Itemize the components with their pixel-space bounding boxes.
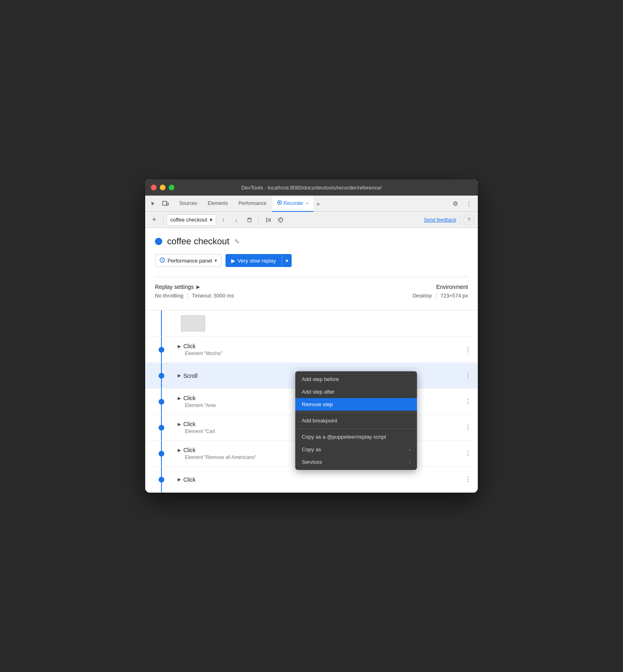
recording-header: coffee checkout ✎	[155, 236, 468, 247]
toolbar-actions: ↑ ↓	[218, 214, 255, 226]
window-title: DevTools - localhost:8080/docs/devtools/…	[241, 185, 382, 191]
step-content: ▶ Click Element "Mocha"	[178, 337, 462, 362]
toolbar-divider-1	[163, 215, 163, 224]
devtools-window: DevTools - localhost:8080/docs/devtools/…	[145, 179, 478, 493]
menu-item-add-breakpoint[interactable]: Add breakpoint	[295, 414, 417, 427]
settings-values: No throttling Timeout: 5000 ms	[155, 293, 234, 299]
step-title[interactable]: ▶ Click	[178, 343, 462, 349]
step-content: ▶ Click	[178, 471, 462, 489]
expand-arrow-icon: ▶	[178, 373, 181, 378]
step-more-button[interactable]: ⋮	[462, 395, 475, 408]
svg-rect-0	[163, 201, 167, 205]
step-more-button[interactable]: ⋮	[462, 343, 475, 356]
close-traffic-light[interactable]	[151, 185, 157, 190]
menu-item-copy-as[interactable]: Copy as ›	[295, 443, 417, 456]
replay-dropdown-button[interactable]: ▾	[282, 254, 292, 267]
toolbar-divider-3	[460, 215, 460, 224]
add-recording-button[interactable]: +	[148, 214, 160, 226]
menu-item-remove-step[interactable]: Remove step	[295, 398, 417, 411]
step-more-button[interactable]: ⋮	[462, 421, 475, 434]
step-more-button[interactable]: ⋮	[462, 369, 475, 382]
expand-arrow-icon: ▶	[178, 477, 181, 482]
import-icon[interactable]: ↓	[231, 214, 242, 226]
expand-arrow-icon: ▶	[178, 448, 181, 453]
settings-arrow-icon: ▶	[196, 284, 200, 290]
step-more-button[interactable]: ⋮	[462, 447, 475, 460]
timeline-dot	[159, 477, 164, 482]
menu-item-services[interactable]: Services ›	[295, 456, 417, 468]
more-icon[interactable]: ⋮	[463, 198, 475, 209]
timeline-dot	[159, 425, 164, 431]
replay-main-button[interactable]: ▶ Very slow replay	[226, 254, 282, 267]
action-row: Performance panel ▾ ▶ Very slow replay ▾	[155, 254, 468, 267]
replay-dropdown-arrow-icon: ▾	[286, 258, 288, 264]
settings-left: Replay settings ▶ No throttling Timeout:…	[155, 284, 234, 299]
table-row: ▶ Click Element "Mocha" ⋮	[145, 337, 478, 363]
timeline-dot	[159, 451, 164, 457]
step-thumbnail	[181, 315, 205, 332]
timeline-col	[145, 467, 178, 492]
copy-as-arrow-icon: ›	[409, 447, 410, 452]
replay-settings-toggle[interactable]: Replay settings ▶	[155, 284, 234, 290]
timeline-col	[145, 389, 178, 414]
delete-icon[interactable]	[244, 214, 255, 226]
expand-arrow-icon: ▶	[178, 344, 181, 349]
minimize-traffic-light[interactable]	[160, 185, 165, 190]
tab-bar: Sources Elements Performance Recorder × …	[145, 196, 478, 212]
env-values: Desktop 723×574 px	[412, 293, 468, 299]
tab-sources[interactable]: Sources	[174, 196, 202, 212]
timeline-line	[161, 310, 162, 336]
menu-item-copy-puppeteer[interactable]: Copy as a @puppeteer/replay script	[295, 431, 417, 443]
recorder-icon	[277, 200, 282, 206]
timeline-col	[145, 363, 178, 388]
tab-recorder[interactable]: Recorder ×	[272, 196, 314, 212]
device-mode-icon[interactable]	[161, 199, 170, 209]
tab-more-button[interactable]: »	[314, 196, 322, 212]
step-more-button[interactable]: ⋮	[462, 473, 475, 486]
settings-icon[interactable]: ⚙	[449, 198, 461, 209]
menu-divider-2	[295, 429, 417, 429]
tab-close-icon[interactable]: ×	[306, 201, 308, 206]
record-icon[interactable]	[275, 214, 286, 226]
performance-panel-button[interactable]: Performance panel ▾	[155, 254, 221, 267]
svg-point-3	[279, 202, 280, 203]
performance-icon	[159, 257, 165, 264]
toolbar-divider-2	[258, 215, 259, 224]
svg-rect-1	[167, 203, 168, 205]
timeline-col	[145, 337, 178, 362]
tab-performance[interactable]: Performance	[234, 196, 271, 212]
settings-row: Replay settings ▶ No throttling Timeout:…	[155, 284, 468, 299]
main-content: coffee checkout ✎ Performance panel ▾	[145, 228, 478, 310]
steps-container: ▶ Click Element "Mocha" ⋮ ▶ Scroll	[145, 310, 478, 493]
help-button[interactable]: ?	[463, 214, 475, 226]
step-title[interactable]: ▶ Click	[178, 476, 462, 483]
menu-divider-1	[295, 412, 417, 413]
maximize-traffic-light[interactable]	[169, 185, 174, 190]
timeline-dot	[159, 399, 164, 405]
replay-button-group: ▶ Very slow replay ▾	[226, 254, 292, 267]
menu-item-add-step-after[interactable]: Add step after	[295, 386, 417, 398]
timeline-col	[145, 415, 178, 440]
recording-selector[interactable]: coffee checkout ▾	[167, 214, 216, 226]
environment-section: Environment Desktop 723×574 px	[412, 284, 468, 299]
menu-item-add-step-before[interactable]: Add step before	[295, 373, 417, 386]
step-play-icon[interactable]	[262, 214, 273, 226]
recorder-toolbar: + coffee checkout ▾ ↑ ↓	[145, 212, 478, 228]
devtools-body: Sources Elements Performance Recorder × …	[145, 196, 478, 493]
table-row: ▶ Click ⋮	[145, 467, 478, 493]
svg-rect-4	[248, 219, 251, 222]
expand-arrow-icon: ▶	[178, 396, 181, 401]
step-detail: Element "Mocha"	[185, 351, 462, 356]
tab-elements[interactable]: Elements	[203, 196, 233, 212]
edit-title-icon[interactable]: ✎	[234, 238, 240, 246]
cursor-icon[interactable]	[148, 199, 158, 209]
play-icon: ▶	[231, 258, 235, 264]
traffic-lights	[151, 185, 174, 190]
services-arrow-icon: ›	[409, 459, 410, 465]
context-menu: Add step before Add step after Remove st…	[295, 371, 417, 470]
send-feedback-link[interactable]: Send feedback	[424, 217, 456, 223]
timeline-col	[145, 310, 178, 336]
recording-status-dot	[155, 238, 162, 245]
settings-section: Replay settings ▶ No throttling Timeout:…	[155, 277, 468, 302]
export-icon[interactable]: ↑	[218, 214, 229, 226]
